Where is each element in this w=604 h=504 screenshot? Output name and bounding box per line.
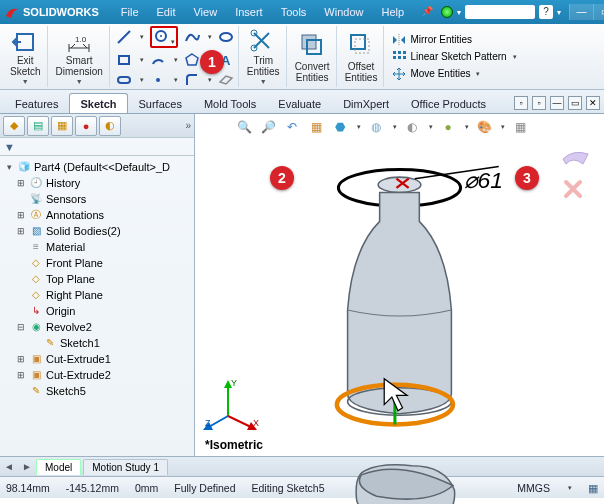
tree-item[interactable]: ⊞▧Solid Bodies(2) <box>2 223 192 239</box>
circle-tool-button[interactable] <box>153 28 169 44</box>
tab-dimxpert[interactable]: DimXpert <box>332 93 400 113</box>
tab-mold-tools[interactable]: Mold Tools <box>193 93 267 113</box>
menu-insert[interactable]: Insert <box>227 4 271 20</box>
tree-item[interactable]: ◇Right Plane <box>2 287 192 303</box>
dimension-label[interactable]: ⌀61 <box>464 167 503 193</box>
svg-rect-13 <box>351 35 365 49</box>
appearance-icon[interactable]: 🎨 <box>475 118 493 136</box>
tree-item[interactable]: ↳Origin <box>2 303 192 319</box>
spline-tool-button[interactable] <box>184 29 200 45</box>
tab-scroll-right[interactable]: ► <box>18 461 36 472</box>
tab-office-products[interactable]: Office Products <box>400 93 497 113</box>
prev-view-icon[interactable]: ↶ <box>283 118 301 136</box>
svg-text:X: X <box>253 418 259 428</box>
fm-tab-2[interactable]: ▤ <box>27 116 49 136</box>
graphics-viewport[interactable]: 🔍 🔎 ↶ ▦ ⬣▾ ◍▾ ◐▾ ●▾ 🎨▾ ▦ 2 3 ⌀61 <box>195 114 604 456</box>
model-tab[interactable]: Model <box>36 459 81 475</box>
tab-features[interactable]: Features <box>4 93 69 113</box>
tree-item[interactable]: ⊞🕘History <box>2 175 192 191</box>
motion-study-tab[interactable]: Motion Study 1 <box>83 459 168 475</box>
menu-window[interactable]: Window <box>316 4 371 20</box>
filter-icon[interactable]: ▼ <box>4 141 15 153</box>
menu-file[interactable]: File <box>113 4 147 20</box>
menu-edit[interactable]: Edit <box>149 4 184 20</box>
status-orb-icon[interactable] <box>441 6 453 18</box>
fm-tab-5[interactable]: ◐ <box>99 116 121 136</box>
solidworks-icon <box>4 4 20 20</box>
plane-icon: ◇ <box>29 288 43 302</box>
svg-rect-5 <box>119 56 129 64</box>
origin-icon: ↳ <box>29 304 43 318</box>
tree-item[interactable]: 📡Sensors <box>2 191 192 207</box>
fm-tab-3[interactable]: ▦ <box>51 116 73 136</box>
minimize-button[interactable]: — <box>569 4 593 20</box>
svg-rect-20 <box>403 56 406 59</box>
plane-tool-button[interactable] <box>218 72 234 88</box>
scene-icon[interactable]: ● <box>439 118 457 136</box>
title-bar: SOLIDWORKS File Edit View Insert Tools W… <box>0 0 604 24</box>
smart-dimension-button[interactable]: 1.0 Smart Dimension ▼ <box>50 26 110 87</box>
tree-item[interactable]: ⊞▣Cut-Extrude1 <box>2 351 192 367</box>
search-input[interactable] <box>465 5 535 19</box>
tree-root[interactable]: Part4 (Default<<Default>_D <box>34 159 170 175</box>
menu-pin-icon[interactable]: 📌 <box>414 4 441 20</box>
hide-show-icon[interactable]: ◐ <box>403 118 421 136</box>
zoom-fit-icon[interactable]: 🔍 <box>235 118 253 136</box>
view-settings-icon[interactable]: ▦ <box>511 118 529 136</box>
ellipse-tool-button[interactable] <box>218 29 234 45</box>
fm-tab-1[interactable]: ◆ <box>3 116 25 136</box>
linear-pattern-button[interactable]: Linear Sketch Pattern▾ <box>392 50 516 64</box>
solid-icon: ▧ <box>29 224 43 238</box>
tab-surfaces[interactable]: Surfaces <box>128 93 193 113</box>
feature-tree: ▾🧊Part4 (Default<<Default>_D ⊞🕘History📡S… <box>0 156 194 456</box>
convert-entities-button[interactable]: Convert Entities <box>289 26 337 87</box>
menu-view[interactable]: View <box>185 4 225 20</box>
command-tab-strip: Features Sketch Surfaces Mold Tools Eval… <box>0 90 604 114</box>
fm-tab-4[interactable]: ● <box>75 116 97 136</box>
tab-sketch[interactable]: Sketch <box>69 93 127 113</box>
polygon-tool-button[interactable] <box>184 52 200 68</box>
tab-evaluate[interactable]: Evaluate <box>267 93 332 113</box>
annot-icon: Ⓐ <box>29 208 43 222</box>
point-tool-button[interactable] <box>150 72 166 88</box>
tree-item[interactable]: ≡Material <box>2 239 192 255</box>
tree-item[interactable]: ⊟◉Revolve2 <box>2 319 192 335</box>
slot-tool-button[interactable] <box>116 72 132 88</box>
tree-item[interactable]: ⊞ⒶAnnotations <box>2 207 192 223</box>
cutext-icon: ▣ <box>29 368 43 382</box>
tree-item[interactable]: ✎Sketch5 <box>2 383 192 399</box>
trim-entities-button[interactable]: Trim Entities ▼ <box>241 26 287 87</box>
view-orient-icon[interactable]: ⬣ <box>331 118 349 136</box>
plane-icon: ◇ <box>29 256 43 270</box>
tab-scroll-left[interactable]: ◄ <box>0 461 18 472</box>
maximize-button[interactable]: ▭ <box>593 4 604 20</box>
exit-sketch-icon <box>11 28 39 53</box>
panel-btn-1[interactable]: ▫ <box>514 96 528 110</box>
fillet-tool-button[interactable] <box>184 72 200 88</box>
tree-item[interactable]: ⊞▣Cut-Extrude2 <box>2 367 192 383</box>
history-icon: 🕘 <box>29 176 43 190</box>
panel-min[interactable]: — <box>550 96 564 110</box>
zoom-area-icon[interactable]: 🔎 <box>259 118 277 136</box>
panel-close[interactable]: ✕ <box>586 96 600 110</box>
arc-tool-button[interactable] <box>150 52 166 68</box>
mirror-entities-button[interactable]: Mirror Entities <box>392 33 516 47</box>
menu-tools[interactable]: Tools <box>273 4 315 20</box>
menu-help[interactable]: Help <box>373 4 412 20</box>
rectangle-tool-button[interactable] <box>116 52 132 68</box>
tree-item[interactable]: ◇Front Plane <box>2 255 192 271</box>
help-button[interactable]: ? <box>539 5 553 19</box>
tree-item[interactable]: ◇Top Plane <box>2 271 192 287</box>
move-entities-button[interactable]: Move Entities▾ <box>392 67 516 81</box>
heads-up-toolbar: 🔍 🔎 ↶ ▦ ⬣▾ ◍▾ ◐▾ ●▾ 🎨▾ ▦ <box>235 118 529 136</box>
offset-entities-button[interactable]: Offset Entities <box>339 26 385 87</box>
triad-icon[interactable]: Y X Z <box>203 376 263 436</box>
panel-max[interactable]: ▭ <box>568 96 582 110</box>
tree-item[interactable]: ✎Sketch1 <box>2 335 192 351</box>
line-tool-button[interactable] <box>116 29 132 45</box>
section-view-icon[interactable]: ▦ <box>307 118 325 136</box>
display-style-icon[interactable]: ◍ <box>367 118 385 136</box>
exit-sketch-button[interactable]: Exit Sketch ▼ <box>4 26 48 87</box>
fm-expand[interactable]: » <box>185 120 191 131</box>
panel-btn-2[interactable]: ▫ <box>532 96 546 110</box>
